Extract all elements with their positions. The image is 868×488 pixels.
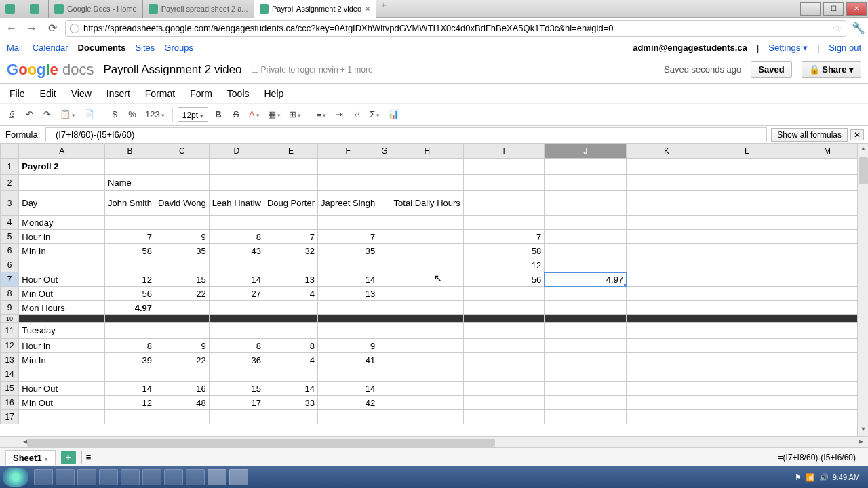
cell-K12[interactable] [627, 339, 707, 353]
cell-F15[interactable]: 14 [318, 382, 378, 396]
cell-C8[interactable]: 22 [155, 287, 210, 301]
taskbar-ie-icon[interactable] [34, 469, 53, 485]
doc-title[interactable]: Payroll Assignment 2 video [103, 63, 241, 77]
cell-H14[interactable] [391, 367, 463, 382]
groups-link[interactable]: Groups [164, 43, 193, 53]
redo-icon[interactable]: ↷ [39, 106, 54, 123]
cell-E7[interactable]: 13 [264, 272, 317, 287]
cell-K6[interactable] [627, 258, 707, 272]
cell-I9[interactable] [463, 301, 544, 315]
cell-M7[interactable] [787, 272, 868, 287]
cell-C7[interactable]: 15 [155, 272, 210, 287]
borders-icon[interactable]: ⊞ [286, 106, 304, 123]
google-docs-logo[interactable]: Google docs [7, 61, 94, 79]
taskbar-app-icon[interactable] [99, 469, 118, 485]
cell-G17[interactable] [378, 410, 391, 424]
cell-J6[interactable] [545, 258, 627, 272]
add-sheet-button[interactable]: + [61, 451, 76, 464]
cell-D9[interactable] [209, 301, 264, 315]
cell-A17[interactable] [19, 410, 105, 424]
cell-J6[interactable] [545, 244, 627, 258]
cell-A3[interactable]: Day [19, 191, 105, 216]
cell-A11[interactable]: Tuesday [19, 323, 105, 339]
cell-E9[interactable] [264, 301, 317, 315]
cell-F14[interactable] [318, 367, 378, 382]
cell-D3[interactable]: Leah Hnatiw [209, 191, 264, 216]
number-format-button[interactable]: 123 [142, 106, 167, 123]
cell-C5[interactable]: 9 [155, 230, 210, 244]
cell-I5[interactable]: 7 [463, 230, 544, 244]
font-size-select[interactable]: 12pt [178, 107, 208, 122]
cell-A1[interactable]: Payroll 2 [19, 159, 105, 175]
undo-icon[interactable]: ↶ [22, 106, 37, 123]
cell-H10[interactable] [391, 315, 463, 323]
horizontal-scrollbar[interactable]: ◀ ▶ [0, 436, 868, 447]
minimize-button[interactable]: — [800, 2, 821, 16]
show-all-formulas-button[interactable]: Show all formulas [771, 128, 848, 142]
cell-I11[interactable] [463, 323, 544, 339]
cell-A6[interactable] [19, 258, 105, 272]
row-header-5[interactable]: 5 [1, 230, 19, 244]
close-window-button[interactable]: ✕ [846, 2, 867, 16]
cell-E16[interactable]: 33 [264, 396, 317, 410]
cell-G10[interactable] [378, 315, 391, 323]
cell-D1[interactable] [209, 159, 264, 175]
bookmark-star-icon[interactable]: ☆ [832, 22, 842, 35]
cell-B4[interactable] [105, 216, 155, 230]
cell-M16[interactable] [787, 396, 868, 410]
cell-A6[interactable]: Min In [19, 244, 105, 258]
wrench-menu-icon[interactable]: 🔧 [852, 22, 864, 35]
cell-F2[interactable] [318, 175, 378, 191]
taskbar-app-icon[interactable] [208, 469, 226, 485]
cell-G9[interactable] [378, 301, 391, 315]
sites-link[interactable]: Sites [135, 43, 155, 53]
cell-D10[interactable] [209, 315, 264, 323]
cell-C9[interactable] [155, 301, 210, 315]
cell-F16[interactable]: 42 [318, 396, 378, 410]
cell-M12[interactable] [787, 339, 868, 353]
col-header-C[interactable]: C [155, 144, 210, 159]
cell-B10[interactable] [105, 315, 155, 323]
url-bar[interactable]: https://spreadsheets.google.com/a/engage… [65, 20, 846, 37]
maximize-button[interactable]: ☐ [823, 2, 844, 16]
cell-J2[interactable] [545, 175, 627, 191]
cell-G15[interactable] [378, 382, 391, 396]
cell-G12[interactable] [378, 339, 391, 353]
col-header-B[interactable]: B [105, 144, 155, 159]
cell-A2[interactable] [19, 175, 105, 191]
cell-E4[interactable] [264, 216, 317, 230]
cell-E1[interactable] [264, 159, 317, 175]
merge-icon[interactable]: ⇥ [332, 106, 347, 123]
cell-B11[interactable] [105, 323, 155, 339]
cell-E15[interactable]: 14 [264, 382, 317, 396]
cell-I6[interactable]: 58 [463, 244, 544, 258]
cell-E8[interactable]: 4 [264, 287, 317, 301]
cell-E17[interactable] [264, 410, 317, 424]
formula-input[interactable] [45, 127, 767, 142]
cell-D12[interactable]: 8 [209, 339, 264, 353]
cell-L15[interactable] [707, 382, 787, 396]
browser-tab-4[interactable]: Payroll Assignment 2 video× [254, 0, 376, 18]
cell-C4[interactable] [155, 216, 210, 230]
scroll-up-icon[interactable]: ▲ [859, 145, 868, 155]
system-tray[interactable]: ⚑ 📶 🔊 9:49 AM [795, 473, 865, 482]
cell-C6[interactable] [155, 258, 210, 272]
cell-K7[interactable] [627, 272, 707, 287]
cell-D2[interactable] [209, 175, 264, 191]
back-button[interactable]: ← [4, 21, 19, 36]
row-header-15[interactable]: 15 [1, 382, 19, 396]
settings-link[interactable]: Settings ▾ [768, 43, 808, 53]
cell-C17[interactable] [155, 410, 210, 424]
cell-F4[interactable] [318, 216, 378, 230]
cell-M17[interactable] [787, 410, 868, 424]
cell-K2[interactable] [627, 175, 707, 191]
cell-L8[interactable] [707, 287, 787, 301]
cell-J11[interactable] [545, 323, 627, 339]
cell-L7[interactable] [707, 272, 787, 287]
paint-format-icon[interactable]: 📋 [57, 106, 78, 123]
cell-B13[interactable]: 39 [105, 353, 155, 367]
start-button[interactable] [3, 468, 28, 487]
cell-J13[interactable] [545, 353, 627, 367]
cell-J16[interactable] [545, 396, 627, 410]
cell-K14[interactable] [627, 367, 707, 382]
